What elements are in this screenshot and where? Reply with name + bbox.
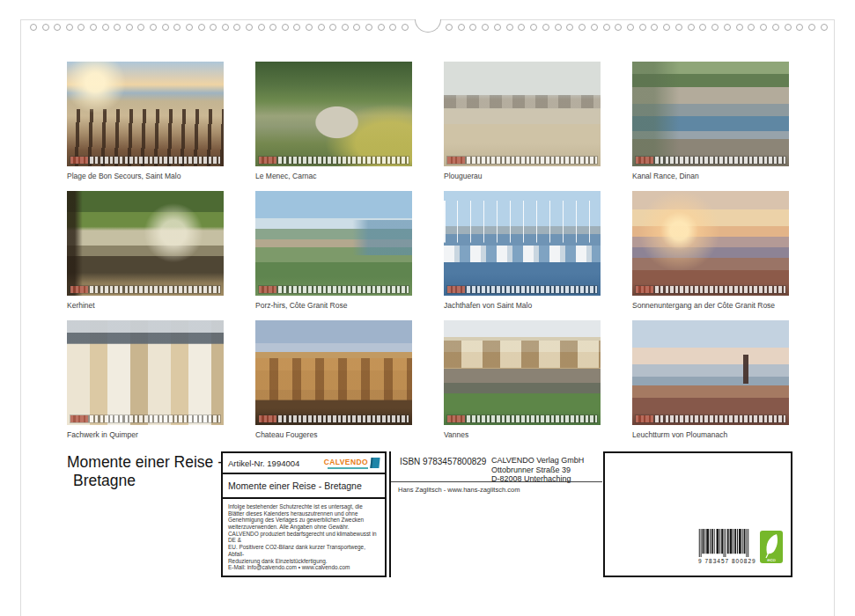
- binding-hole: [246, 24, 253, 31]
- binding-hole: [210, 24, 217, 31]
- photo-kanal-rance: [632, 62, 789, 166]
- photo-caption: Porz-hirs, Côte Granit Rose: [255, 301, 412, 310]
- binding-hole: [389, 24, 396, 31]
- eco-label: eco: [760, 557, 783, 562]
- photo-chateau-fougeres: [255, 320, 412, 425]
- binding-hole: [711, 24, 719, 31]
- page-title-line2: Bretagne: [67, 472, 223, 490]
- binding-hole: [342, 24, 349, 31]
- binding-hole: [772, 24, 779, 31]
- binding-hole: [282, 24, 289, 31]
- binding-hole: [675, 24, 682, 31]
- product-info-box: Artikel-Nr. 1994004 CALVENDO Momente ein…: [221, 451, 387, 577]
- binding-hole: [796, 24, 803, 31]
- binding-hole: [639, 24, 646, 31]
- photo-caption: Plage de Bon Secours, Saint Malo: [67, 172, 224, 180]
- page-title-line1: Momente einer Reise -: [67, 453, 223, 472]
- photo-leuchtturm: [632, 320, 789, 425]
- binding-hole: [162, 24, 169, 31]
- binding-hole: [150, 24, 157, 31]
- photo-jachthafen: [444, 191, 601, 296]
- binding-hole: [269, 24, 276, 31]
- binding-hole: [66, 24, 73, 31]
- binding-hole: [542, 24, 549, 31]
- publisher-address: CALVENDO Verlag GmbH Ottobrunner Straße …: [491, 456, 584, 484]
- binding-hole: [186, 24, 193, 31]
- binding-hole: [54, 24, 61, 31]
- calvendo-logo-text: CALVENDO: [324, 457, 368, 469]
- binding-hole: [579, 24, 586, 31]
- binding-hole: [293, 24, 300, 31]
- calvendo-book-icon: [370, 458, 380, 468]
- binding-hole: [615, 24, 622, 31]
- binding-hole: [724, 24, 731, 31]
- author-divider-line: [391, 481, 602, 482]
- photo-sonnenuntergang: [632, 191, 789, 296]
- photo-vannes: [444, 320, 601, 425]
- binding-hole: [506, 24, 513, 31]
- binding-hole: [808, 24, 815, 31]
- photo-caption: Fachwerk in Quimper: [67, 430, 224, 439]
- thumbnail-grid: Plage de Bon Secours, Saint Malo Le Mene…: [67, 62, 790, 439]
- binding-hole: [627, 24, 634, 31]
- binding-hole: [494, 24, 501, 31]
- photo-caption: Kerhinet: [67, 301, 224, 310]
- binding-hole: [198, 24, 205, 31]
- binding-hole: [90, 24, 97, 31]
- article-number-row: Artikel-Nr. 1994004 CALVENDO: [223, 453, 385, 474]
- photo-caption: Chateau Fougeres: [255, 430, 412, 439]
- photo-le-menec: [255, 62, 412, 166]
- calendar-month-cell: Kerhinet: [67, 191, 224, 310]
- binding-hole: [530, 24, 537, 31]
- binding-hole: [591, 24, 598, 31]
- binding-hole: [233, 24, 240, 31]
- calendar-month-cell: Plage de Bon Secours, Saint Malo: [67, 62, 224, 180]
- barcode-digits: 9 783457 800829: [698, 558, 749, 564]
- photo-caption: Leuchtturm von Ploumanach: [632, 430, 789, 439]
- binding-hole: [651, 24, 658, 31]
- product-title: Momente einer Reise - Bretagne: [228, 480, 362, 491]
- calendar-month-cell: Kanal Rance, Dinan: [632, 62, 789, 180]
- barcode-box: 9 783457 800829 eco: [603, 451, 792, 577]
- binding-hole: [258, 24, 265, 31]
- binding-hole: [126, 24, 133, 31]
- photo-caption: Kanal Rance, Dinan: [632, 172, 789, 180]
- eco-logo: eco: [760, 531, 783, 563]
- author-website: Hans Zaglitsch - www.hans-zaglitsch.com: [398, 486, 520, 494]
- calendar-month-cell: Leuchtturm von Ploumanach: [632, 320, 789, 439]
- binding-hole: [469, 24, 476, 31]
- photo-caption: Le Menec, Carnac: [255, 172, 412, 180]
- article-number: Artikel-Nr. 1994004: [228, 458, 299, 468]
- calvendo-tagline: [328, 467, 368, 469]
- calendar-month-cell: Jachthafen von Saint Malo: [444, 191, 601, 310]
- binding-hole: [518, 24, 525, 31]
- legal-text: Infolge bestehender Schutzrechte ist es …: [223, 499, 385, 576]
- binding-hole: [663, 24, 670, 31]
- binding-hole: [353, 24, 360, 31]
- binding-hole: [760, 24, 767, 31]
- calvendo-logo: CALVENDO: [324, 457, 380, 469]
- page-title: Momente einer Reise - Bretagne: [67, 453, 223, 491]
- binding-hole: [318, 24, 325, 31]
- photo-caption: Vannes: [444, 430, 601, 439]
- calendar-month-cell: Le Menec, Carnac: [255, 62, 412, 180]
- binding-hole: [30, 24, 37, 31]
- barcode-bars-icon: [698, 529, 749, 557]
- photo-plouguerau: [444, 62, 601, 166]
- binding-holes-right: [446, 24, 828, 33]
- binding-hole: [699, 24, 706, 31]
- binding-hole: [482, 24, 489, 31]
- photo-porz-hirs: [255, 191, 412, 296]
- hanger-notch: [415, 19, 441, 33]
- binding-hole: [688, 24, 695, 31]
- photo-caption: Sonnenuntergang an der Côte Granit Rose: [632, 301, 789, 310]
- calendar-month-cell: Plouguerau: [444, 62, 601, 180]
- binding-hole: [365, 24, 372, 31]
- binding-hole: [821, 24, 828, 31]
- column-divider: [389, 451, 391, 577]
- calendar-month-cell: Vannes: [444, 320, 601, 439]
- photo-caption: Plouguerau: [444, 172, 601, 180]
- calendar-back-page: Plage de Bon Secours, Saint Malo Le Mene…: [20, 19, 835, 616]
- binding-hole: [555, 24, 562, 31]
- binding-hole: [402, 24, 409, 31]
